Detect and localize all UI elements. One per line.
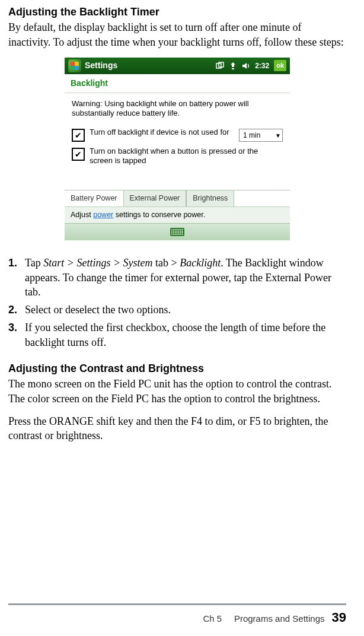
titlebar: Settings 2:32 ok [65, 58, 290, 74]
clock-time: 2:32 [255, 61, 269, 71]
ok-button[interactable]: ok [274, 60, 286, 71]
panel-title: Backlight [65, 74, 290, 93]
connectivity-icon[interactable] [229, 62, 237, 70]
page-number: 39 [332, 609, 346, 627]
warning-text: Warning: Using backlight while on batter… [65, 93, 290, 127]
option2-label: Turn on backlight when a button is press… [90, 147, 283, 165]
device-screenshot: Settings 2:32 ok Backlight Warning: Usin… [8, 58, 346, 240]
hint-post: settings to conserve power. [113, 211, 205, 219]
duration-value: 1 min [243, 131, 260, 140]
step1-c: tab > [153, 257, 180, 269]
section-heading-contrast: Adjusting the Contrast and Brightness [8, 361, 346, 376]
step-2-text: Select or deselect the two options. [25, 303, 346, 317]
power-hint: Adjust power settings to conserve power. [65, 206, 290, 223]
hint-pre: Adjust [71, 211, 93, 219]
section-heading-backlight: Adjusting the Backlight Timer [8, 5, 346, 19]
option1-label: Turn off backlight if device is not used… [90, 128, 234, 137]
checkbox-turn-on-backlight[interactable]: ✔ [72, 148, 85, 161]
step1-path: Start > Settings > System [43, 257, 152, 269]
step1-backlight: Backlight [180, 257, 221, 269]
power-link[interactable]: power [93, 211, 113, 219]
contrast-paragraph-2: Press the ORANGE shift key and then the … [8, 414, 346, 443]
chapter-label: Ch 5 Programs and Settings [203, 613, 324, 625]
intro-paragraph: By default, the display backlight is set… [8, 20, 346, 49]
window-title: Settings [85, 60, 216, 71]
step-number: 2. [8, 303, 25, 317]
start-icon[interactable] [68, 59, 81, 72]
step-number: 3. [8, 320, 25, 349]
step-1-text: Tap Start > Settings > System tab > Back… [25, 256, 346, 299]
contrast-paragraph-1: The mono screen on the Field PC unit has… [8, 377, 346, 406]
tab-battery-power[interactable]: Battery Power [65, 190, 123, 206]
step1-a: Tap [25, 257, 43, 269]
step-number: 1. [8, 256, 25, 299]
checkbox-turn-off-backlight[interactable]: ✔ [72, 129, 85, 142]
cards-icon[interactable] [216, 62, 224, 70]
footer-rule [8, 603, 346, 605]
tab-brightness[interactable]: Brightness [186, 190, 234, 206]
step-3-text: If you selected the first checkbox, choo… [25, 320, 346, 349]
volume-icon[interactable] [242, 62, 250, 70]
duration-dropdown[interactable]: 1 min ▼ [239, 129, 283, 142]
chevron-down-icon: ▼ [275, 132, 281, 140]
keyboard-icon[interactable] [170, 228, 184, 236]
tab-external-power[interactable]: External Power [123, 190, 187, 206]
bottom-bar [65, 223, 290, 240]
